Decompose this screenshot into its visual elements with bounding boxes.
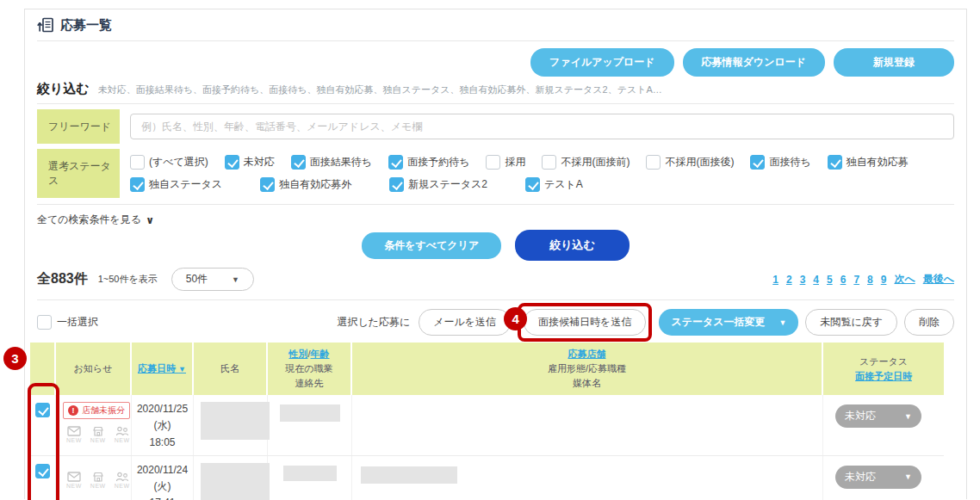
cell-name — [194, 456, 268, 500]
next-page-link[interactable]: 次へ — [894, 272, 915, 287]
checkbox[interactable] — [542, 155, 556, 170]
checkbox[interactable] — [750, 155, 765, 170]
status-filter-item[interactable]: 面接待ち — [750, 155, 810, 170]
bulk-select-checkbox[interactable] — [37, 315, 52, 330]
checkbox[interactable] — [486, 155, 500, 170]
cell-profile — [268, 456, 352, 500]
table-row: NEW NEW NEW 2020/11/24(火)17:41 未対応▼ — [30, 456, 944, 500]
sort-by-store-link[interactable]: 応募店舗 — [568, 349, 606, 359]
notice-icons: NEW NEW NEW — [59, 472, 127, 489]
expand-search-conditions-label: 全ての検索条件を見る — [37, 213, 141, 227]
last-page-link[interactable]: 最後へ — [923, 272, 954, 287]
annotation-box-send-interview: 4 面接候補日時を送信 — [518, 303, 652, 342]
sort-by-interview-date-link[interactable]: 面接予定日時 — [855, 371, 912, 381]
status-filter-item[interactable]: 不採用(面接後) — [646, 155, 734, 170]
checkbox[interactable] — [225, 155, 239, 170]
store-new-indicator: NEW — [90, 426, 106, 443]
page-link[interactable]: 6 — [840, 274, 847, 286]
checkbox[interactable] — [130, 177, 145, 192]
status-dropdown[interactable]: 未対応▼ — [835, 466, 921, 489]
page-link[interactable]: 3 — [800, 274, 806, 286]
filter-heading: 絞り込む 未対応、面接結果待ち、面接予約待ち、面接待ち、独自有効応募、独自ステー… — [37, 81, 954, 104]
status-filter-item[interactable]: 不採用(面接前) — [542, 155, 630, 170]
status-filter-item[interactable]: 独自ステータス — [130, 177, 222, 192]
page-link[interactable]: 8 — [867, 274, 873, 286]
freeword-input[interactable] — [130, 114, 954, 139]
status-filter-item[interactable]: 独自有効応募外 — [260, 177, 351, 192]
status-filter-option-label: 独自有効応募 — [847, 155, 909, 170]
status-filter-option-label: 独自有効応募外 — [279, 177, 351, 192]
status-filter-label: 選考ステータス — [37, 149, 120, 198]
sort-by-date-link[interactable]: 応募日時 ▼ — [138, 363, 186, 373]
page: 応募一覧 ファイルアップロード 応募情報ダウンロード 新規登録 絞り込む 未対応… — [0, 0, 980, 500]
sort-by-gender-link[interactable]: 性別 — [288, 349, 307, 359]
register-button[interactable]: 新規登録 — [834, 48, 954, 77]
bulk-status-change-dropdown[interactable]: ステータス一括変更 ▼ — [659, 309, 798, 336]
status-filter-item[interactable]: 独自有効応募 — [828, 155, 909, 170]
restore-unread-button[interactable]: 未閲覧に戻す — [805, 309, 897, 336]
status-filter-option-label: 独自ステータス — [149, 177, 222, 192]
status-filter-item[interactable]: (すべて選択) — [130, 155, 208, 170]
cell-profile — [268, 395, 352, 455]
page-link[interactable]: 9 — [881, 274, 887, 286]
page-link[interactable]: 4 — [813, 274, 819, 286]
clear-conditions-button[interactable]: 条件をすべてクリア — [362, 232, 501, 259]
members-new-indicator: NEW — [115, 426, 130, 443]
status-dropdown[interactable]: 未対応▼ — [835, 404, 921, 428]
apply-filter-button[interactable]: 絞り込む — [515, 230, 630, 261]
filter-buttons: 条件をすべてクリア 絞り込む — [37, 230, 954, 261]
send-interview-schedule-button[interactable]: 面接候補日時を送信 — [524, 309, 646, 336]
status-filter-item[interactable]: 未対応 — [225, 155, 275, 170]
checkbox[interactable] — [130, 155, 145, 170]
sort-desc-icon: ▼ — [178, 365, 186, 373]
chevron-down-icon: ∨ — [146, 214, 154, 226]
cell-name — [194, 395, 268, 455]
status-filter-item[interactable]: 面接結果待ち — [291, 155, 372, 170]
delete-button[interactable]: 削除 — [904, 309, 954, 336]
file-upload-button[interactable]: ファイルアップロード — [530, 48, 674, 77]
status-filter-item[interactable]: 新規ステータス2 — [389, 177, 487, 192]
checkbox[interactable] — [260, 177, 275, 192]
sort-by-age-link[interactable]: 年齢 — [311, 349, 330, 359]
status-filter-item[interactable]: 面接予約待ち — [388, 155, 469, 170]
checkbox[interactable] — [646, 155, 661, 170]
mail-icon — [67, 426, 81, 436]
per-page-value: 50件 — [186, 272, 208, 287]
download-button[interactable]: 応募情報ダウンロード — [683, 48, 825, 77]
row-select-checkbox[interactable] — [35, 464, 50, 478]
header-notice: お知らせ — [56, 343, 132, 395]
checkbox[interactable] — [525, 177, 540, 192]
members-icon — [115, 426, 129, 436]
status-filter-option-label: 不採用(面接前) — [561, 155, 630, 170]
applications-list-icon — [37, 17, 54, 33]
total-count: 全883件 — [37, 270, 88, 288]
page-link[interactable]: 1 — [772, 274, 778, 286]
header-date: 応募日時 ▼ — [132, 343, 194, 395]
status-filter-option-label: 面接予約待ち — [407, 155, 469, 170]
page-link[interactable]: 7 — [853, 274, 859, 286]
checkbox[interactable] — [389, 177, 404, 192]
page-link[interactable]: 5 — [827, 274, 833, 286]
checkbox[interactable] — [291, 155, 306, 170]
members-new-indicator: NEW — [115, 472, 130, 489]
notice-icons: NEW NEW NEW — [59, 426, 127, 443]
header-profile: 性別/年齢 現在の職業 連絡先 — [268, 343, 352, 395]
checkbox[interactable] — [828, 155, 842, 170]
cell-select — [30, 456, 56, 500]
status-filter-item[interactable]: 採用 — [486, 155, 525, 170]
status-filter-line1: (すべて選択) 未対応 面接結果待ち 面接予約待ち 採用 不採用(面接前) 不採… — [130, 155, 909, 170]
bulk-select[interactable]: 一括選択 — [37, 315, 98, 330]
send-mail-button[interactable]: メールを送信 — [419, 309, 511, 336]
expand-search-conditions-link[interactable]: 全ての検索条件を見る ∨ — [37, 213, 154, 227]
header-select — [30, 343, 56, 395]
dropdown-arrow-icon: ▼ — [904, 472, 912, 481]
checkbox[interactable] — [388, 155, 403, 170]
redacted-profile — [280, 404, 340, 422]
status-filter-option-label: 面接待ち — [769, 155, 810, 170]
status-filter-item[interactable]: テストA — [525, 177, 583, 192]
row-select-checkbox[interactable] — [35, 403, 50, 417]
table-header-row: お知らせ 応募日時 ▼ 氏名 性別/年齢 現在の職業 連絡先 応募店舗 雇用形態… — [30, 343, 944, 395]
page-link[interactable]: 2 — [786, 274, 792, 286]
freeword-row: フリーワード — [37, 109, 954, 144]
per-page-dropdown[interactable]: 50件 ▼ — [171, 268, 254, 291]
